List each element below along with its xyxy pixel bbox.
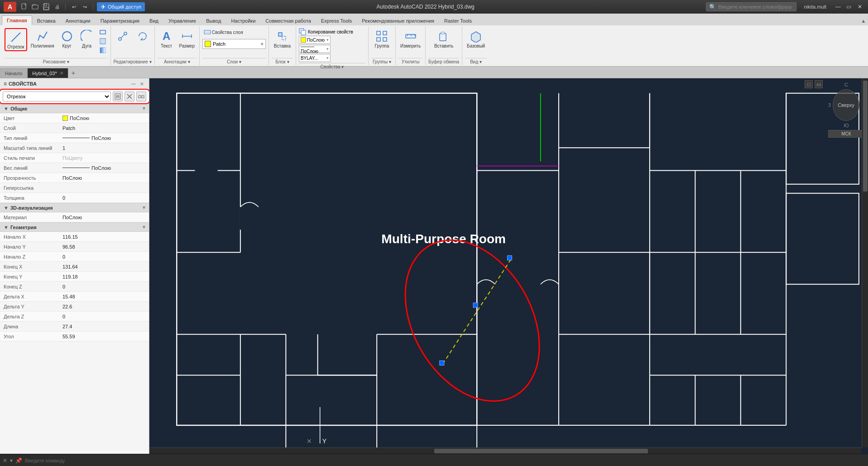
tab-view[interactable]: Вид [144, 15, 163, 25]
prop-linetype-value[interactable]: ПоСлою [62, 135, 145, 141]
canvas-scrollbar-vertical[interactable] [862, 78, 868, 447]
arc-btn[interactable]: Дуга [78, 28, 96, 49]
canvas-maximize-btn[interactable]: □ [805, 80, 813, 88]
search-input[interactable] [718, 4, 793, 10]
cmd-pin-btn[interactable]: 📌 [15, 457, 22, 464]
new-tab-btn[interactable]: + [68, 68, 78, 78]
geometry-dropdown[interactable]: ▾ [143, 224, 145, 230]
maximize-btn[interactable]: ▭ [844, 2, 854, 11]
group-btn[interactable]: Группа [373, 28, 391, 49]
app-menu-button[interactable]: A [4, 2, 16, 12]
grip-mid[interactable] [473, 303, 478, 307]
lineweight-selector[interactable]: BYLAY... ▾ [299, 54, 331, 62]
scrollbar-thumb-h[interactable] [434, 449, 648, 453]
prop-linescale-value[interactable]: 1 [62, 145, 145, 151]
dimension-btn[interactable]: Размер [177, 28, 197, 49]
tab-annotate[interactable]: Аннотации [61, 15, 96, 25]
tab-collaborate[interactable]: Совместная работа [260, 15, 316, 25]
object-type-select[interactable]: Отрезок [3, 91, 111, 101]
move-btn[interactable] [114, 28, 132, 44]
geometry-section-header[interactable]: ▼ Геометрия ▾ [0, 222, 149, 232]
close-btn[interactable]: ✕ [855, 2, 864, 11]
rotate-btn[interactable] [134, 28, 152, 44]
viz3d-section-header[interactable]: ▼ 3D-визуализация ▾ [0, 203, 149, 212]
nav-cube-face[interactable]: Сверху [833, 89, 859, 121]
grip-end[interactable] [507, 255, 512, 260]
prop-start-y-value[interactable]: 96.58 [62, 244, 145, 250]
tab-home[interactable]: Главная [2, 15, 32, 25]
tab-start[interactable]: Начало [0, 68, 27, 78]
prop-end-z-value[interactable]: 0 [62, 284, 145, 289]
tab-parametric[interactable]: Параметризация [96, 15, 144, 25]
general-section-header[interactable]: ▼ Общие ▾ [0, 104, 149, 113]
layer-dropdown[interactable]: Patch ▾ [202, 39, 266, 49]
viz3d-dropdown[interactable]: ▾ [143, 205, 145, 211]
prop-plotstyle-value[interactable]: ПоЦвету [62, 155, 145, 161]
insert-btn[interactable]: Вставка [272, 28, 293, 49]
prop-end-y-value[interactable]: 119.18 [62, 274, 145, 279]
ribbon-collapse-btn[interactable]: ▲ [859, 16, 868, 25]
tab-insert[interactable]: Вставка [32, 15, 61, 25]
prop-start-x-value[interactable]: 116.15 [62, 234, 145, 240]
grip-start[interactable] [440, 360, 444, 365]
copy-props-btn[interactable]: Копирование свойств [299, 28, 365, 35]
deselect-btn[interactable] [125, 91, 134, 101]
canvas-scrollbar-horizontal[interactable] [149, 447, 862, 454]
panel-minimize-btn[interactable]: — [130, 80, 137, 87]
prop-color-value[interactable]: ПоСлою [62, 115, 145, 121]
prop-lineweight-value[interactable]: ПоСлою [62, 165, 145, 171]
new-btn[interactable] [20, 2, 29, 11]
prop-delta-y-value[interactable]: 22.6 [62, 304, 145, 309]
tab-output[interactable]: Вывод [201, 15, 226, 25]
prop-delta-x-value[interactable]: 15.48 [62, 294, 145, 299]
paste-btn[interactable]: Вставить [432, 28, 455, 49]
base-btn[interactable]: Базовый [465, 28, 487, 49]
tab-express[interactable]: Express Tools [316, 15, 357, 25]
polyline-btn[interactable]: Полилиния [29, 28, 56, 49]
command-input[interactable] [25, 458, 865, 463]
linetype-selector[interactable]: ——— ПоСлою ▾ [299, 45, 331, 53]
tab-close-btn[interactable]: ✕ [60, 71, 63, 76]
undo-btn[interactable]: ↩ [69, 2, 78, 11]
canvas-restore-btn[interactable]: ▭ [815, 80, 823, 88]
search-box[interactable]: 🔍 [706, 2, 796, 11]
save-btn[interactable] [42, 2, 51, 11]
measure-btn[interactable]: Измерить [398, 28, 422, 49]
prop-thickness-value[interactable]: 0 [62, 195, 145, 201]
select-all-btn[interactable] [113, 91, 123, 101]
color-selector[interactable]: ПоСлою ▾ [299, 36, 331, 44]
gradient-btn[interactable] [98, 46, 108, 54]
prop-start-z-value[interactable]: 0 [62, 254, 145, 259]
prop-material-value[interactable]: ПоСлою [62, 215, 145, 220]
minimize-btn[interactable]: — [834, 2, 843, 11]
tab-settings[interactable]: Настройки [226, 15, 260, 25]
prop-end-x-value[interactable]: 131.64 [62, 264, 145, 269]
prop-delta-z-value[interactable]: 0 [62, 314, 145, 319]
toggle-pickadd-btn[interactable] [136, 91, 146, 101]
line-tool-btn[interactable]: Отрезок [5, 28, 27, 51]
cmd-expand-btn[interactable]: ▾ [10, 457, 13, 464]
cmd-close-btn[interactable]: ✕ [3, 457, 7, 464]
prop-length-value[interactable]: 27.4 [62, 324, 145, 329]
prop-transparency-value[interactable]: ПоСлою [62, 175, 145, 181]
tab-raster[interactable]: Raster Tools [439, 15, 477, 25]
circle-btn[interactable]: Круг [58, 28, 76, 49]
general-section-dropdown[interactable]: ▾ [143, 106, 145, 111]
hatch-btn[interactable] [98, 37, 108, 45]
drawing-canvas[interactable]: [-][Сверху][2D-каркас] [149, 78, 868, 454]
rect-btn[interactable] [98, 28, 108, 36]
prop-layer-value[interactable]: Patch [62, 125, 145, 131]
share-button[interactable]: ✈ Общий доступ [97, 2, 145, 11]
tab-manage[interactable]: Управление [163, 15, 201, 25]
scrollbar-thumb-v[interactable] [863, 81, 868, 192]
layer-properties-btn[interactable]: Свойства слоя [202, 28, 245, 36]
tab-hybrid03[interactable]: Hybrid_03* ✕ [27, 68, 68, 78]
text-btn[interactable]: A Текст [158, 28, 176, 49]
panel-close-btn[interactable]: ✕ [138, 80, 145, 87]
print-btn[interactable]: 🖨 [53, 2, 62, 11]
open-btn[interactable] [31, 2, 40, 11]
tab-recommended[interactable]: Рекомендованные приложения [357, 15, 439, 25]
msk-button[interactable]: МСК [828, 130, 864, 138]
redo-btn[interactable]: ↪ [80, 2, 89, 11]
prop-angle-value[interactable]: 55.59 [62, 334, 145, 339]
